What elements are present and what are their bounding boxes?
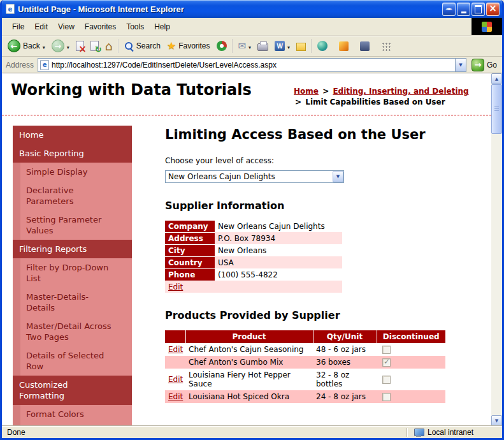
sidebar-item-details-of-selected-row[interactable]: Details of Selected Row: [20, 346, 132, 376]
site-title: Working with Data Tutorials: [11, 81, 252, 108]
sidebar-item-filter-by-drop-down-list[interactable]: Filter by Drop-Down List: [20, 258, 132, 288]
menu-tools[interactable]: Tools: [121, 20, 149, 34]
sidebar-item-format-colors[interactable]: Format Colors: [20, 405, 132, 423]
chevron-down-icon[interactable]: [287, 40, 290, 52]
sidebar-item-master-details-details[interactable]: Master-Details-Details: [20, 288, 132, 317]
favorites-button[interactable]: Favorites: [164, 38, 213, 54]
title-bar[interactable]: Untitled Page - Microsoft Internet Explo…: [2, 0, 502, 18]
main-content: Limiting Access Based on the User Choose…: [132, 115, 491, 408]
scrollbar-thumb[interactable]: [491, 84, 502, 134]
addon-button-2[interactable]: [336, 39, 352, 54]
table-row: Address P.O. Box 78934: [165, 232, 342, 244]
search-label: Search: [136, 41, 161, 50]
menu-help[interactable]: Help: [149, 20, 175, 34]
chevron-down-icon[interactable]: [248, 40, 251, 52]
sidebar-item-filtering-reports[interactable]: Filtering Reports: [13, 240, 132, 258]
address-dropdown-button[interactable]: [455, 59, 466, 71]
go-button[interactable]: Go: [470, 59, 498, 71]
discontinued-checkbox: [382, 358, 391, 367]
qty-column-header: Qty/Unit: [313, 330, 377, 343]
sidebar-item-setting-parameter-values[interactable]: Setting Parameter Values: [20, 210, 132, 240]
table-row: Chef Anton's Gumbo Mix 36 boxes: [165, 356, 445, 369]
left-right-arrows-button[interactable]: [442, 3, 456, 16]
search-button[interactable]: Search: [121, 39, 164, 54]
supplier-heading: Supplier Information: [165, 200, 476, 212]
product-name-cell: Louisiana Hot Spiced Okra: [185, 390, 313, 403]
close-button[interactable]: [486, 3, 500, 16]
menu-favorites[interactable]: Favorites: [80, 20, 121, 34]
vertical-scrollbar[interactable]: [491, 73, 502, 426]
qty-cell: 48 - 6 oz jars: [313, 343, 377, 356]
sidebar-item-home[interactable]: Home: [13, 126, 132, 144]
forward-icon: [52, 40, 64, 52]
toolbar: Back Search Favorites: [2, 36, 502, 57]
print-button[interactable]: [254, 39, 271, 54]
menu-items: File Edit View Favorites Tools Help: [2, 18, 472, 35]
supplier-field-label: Phone: [165, 268, 215, 281]
products-heading: Products Provided by Supplier: [165, 309, 476, 321]
edit-product-link[interactable]: Edit: [168, 375, 183, 384]
go-arrow-icon: [472, 59, 484, 71]
back-button[interactable]: Back: [4, 37, 48, 55]
edit-product-link[interactable]: Edit: [168, 392, 183, 401]
forward-button[interactable]: [48, 37, 73, 55]
breadcrumb-separator: >: [294, 98, 303, 106]
product-name-cell: Louisiana Fiery Hot Pepper Sauce: [185, 369, 313, 390]
history-button[interactable]: [213, 38, 230, 54]
breadcrumb-link-editing-inserting-deleting[interactable]: Editing, Inserting, and Deleting: [333, 87, 468, 96]
ie-window: Untitled Page - Microsoft Internet Explo…: [0, 0, 504, 440]
breadcrumb-current: Limit Capabilities Based on User: [305, 98, 445, 106]
table-row: Edit Chef Anton's Cajun Seasoning 48 - 6…: [165, 343, 445, 356]
addon-button-1[interactable]: [314, 38, 331, 54]
addon-button-3[interactable]: [357, 39, 373, 54]
windows-logo-icon: [482, 22, 492, 32]
access-level-select[interactable]: New Orleans Cajun Delights: [165, 170, 344, 183]
supplier-field-value: (100) 555-4822: [215, 268, 342, 281]
address-input[interactable]: http://localhost:1297/Code/EditInsertDel…: [38, 58, 466, 72]
back-label: Back: [23, 41, 40, 50]
breadcrumb-link-home[interactable]: Home: [294, 87, 319, 96]
mail-button[interactable]: [235, 38, 255, 54]
table-row: Country USA: [165, 256, 342, 268]
window-title: Untitled Page - Microsoft Internet Explo…: [18, 4, 439, 14]
discuss-icon: [296, 43, 306, 51]
chevron-down-icon[interactable]: [43, 40, 45, 52]
url-text: http://localhost:1297/Code/EditInsertDel…: [52, 61, 452, 70]
chevron-down-icon[interactable]: [67, 40, 69, 52]
status-bar: Done Local intranet: [2, 426, 502, 438]
page-content: Home Basic Reporting Simple Display Decl…: [2, 115, 491, 426]
scroll-up-button[interactable]: [491, 73, 502, 84]
supplier-field-value: New Orleans: [215, 244, 342, 256]
scrollbar-track[interactable]: [491, 84, 502, 415]
supplier-field-value: USA: [215, 256, 342, 268]
discuss-button[interactable]: [293, 39, 309, 54]
refresh-button[interactable]: [87, 38, 102, 54]
edit-with-word-button[interactable]: [271, 38, 293, 54]
back-icon: [8, 40, 20, 52]
menu-view[interactable]: View: [53, 20, 80, 34]
favorites-label: Favorites: [178, 41, 210, 50]
scroll-down-button[interactable]: [491, 415, 502, 426]
sidebar-item-customized-formatting[interactable]: Customized Formatting: [13, 376, 132, 405]
maximize-button[interactable]: [472, 3, 485, 16]
qty-cell: 24 - 8 oz jars: [313, 390, 377, 403]
sidebar-item-master-detail-across-two-pages[interactable]: Master/Detail Across Two Pages: [20, 317, 132, 346]
page-header: Working with Data Tutorials Home > Editi…: [2, 73, 491, 115]
chevron-down-icon[interactable]: [333, 171, 343, 182]
menu-edit[interactable]: Edit: [29, 20, 53, 34]
sidebar-item-basic-reporting[interactable]: Basic Reporting: [13, 144, 132, 163]
history-icon: [217, 41, 227, 51]
stop-button[interactable]: [73, 38, 87, 54]
sidebar-item-simple-display[interactable]: Simple Display: [20, 163, 132, 181]
edit-supplier-link[interactable]: Edit: [168, 282, 183, 291]
table-row: City New Orleans: [165, 244, 342, 256]
page-title: Limiting Access Based on the User: [165, 127, 476, 142]
home-button[interactable]: [102, 38, 116, 54]
minimize-button[interactable]: [457, 3, 470, 16]
sidebar-item-declarative-parameters[interactable]: Declarative Parameters: [20, 181, 132, 210]
addon-button-4[interactable]: [378, 39, 394, 54]
sidebar-nav: Home Basic Reporting Simple Display Decl…: [13, 126, 132, 426]
menu-file[interactable]: File: [7, 20, 29, 34]
edit-product-link[interactable]: Edit: [168, 345, 183, 354]
supplier-field-label: Company: [165, 221, 215, 233]
